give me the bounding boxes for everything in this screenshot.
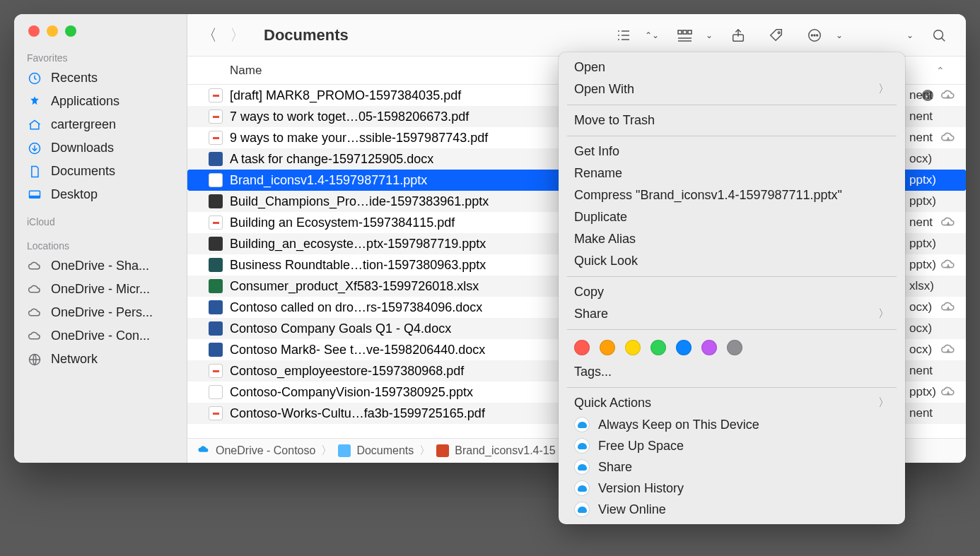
menu-item-compress[interactable]: Compress "Brand_iconsv1.4-1597987711.ppt…: [559, 184, 905, 206]
menu-item-get-info[interactable]: Get Info: [559, 141, 905, 162]
sidebar-item-onedrive-contoso[interactable]: OneDrive - Con...: [14, 324, 187, 348]
cloud-icon: [27, 307, 42, 318]
chevron-down-icon: ⌄: [706, 30, 713, 40]
kind-cell: ocx): [905, 318, 966, 339]
sidebar-item-applications[interactable]: Applications: [14, 90, 187, 113]
quick-action-label: View Online: [598, 502, 666, 517]
folder-icon: [338, 444, 351, 457]
menu-item-open-with[interactable]: Open With〉: [559, 78, 905, 100]
sidebar-item-label: Documents: [51, 164, 115, 179]
toolbar: 〈 〉 Documents ⌃⌄ ⌄ ⌄ ⌄: [187, 14, 966, 57]
menu-item-quick-look[interactable]: Quick Look: [559, 250, 905, 272]
onedrive-icon: [574, 480, 590, 496]
pdf-file-icon: [209, 88, 223, 102]
onedrive-icon: [574, 417, 590, 432]
sidebar-item-onedrive-shared[interactable]: OneDrive - Sha...: [14, 254, 187, 278]
sidebar-item-recents[interactable]: Recents: [14, 66, 187, 90]
path-segment[interactable]: OneDrive - Contoso: [216, 444, 315, 457]
forward-button[interactable]: 〉: [230, 25, 245, 46]
sidebar-item-network[interactable]: Network: [14, 348, 187, 371]
onedrive-icon: [574, 438, 590, 454]
more-button[interactable]: [802, 25, 827, 46]
group-button[interactable]: [672, 25, 697, 46]
sidebar-section-icloud: iCloud: [14, 206, 187, 230]
home-icon: [27, 118, 42, 132]
menu-item-open[interactable]: Open: [559, 57, 905, 78]
menu-item-make-alias[interactable]: Make Alias: [559, 228, 905, 250]
sidebar-item-onedrive-microsoft[interactable]: OneDrive - Micr...: [14, 278, 187, 301]
menu-separator: [567, 105, 897, 105]
menu-separator: [567, 329, 897, 330]
menu-separator: [567, 276, 897, 277]
menu-item-rename[interactable]: Rename: [559, 162, 905, 184]
quick-action-item[interactable]: Free Up Space: [559, 435, 905, 456]
menu-item-trash[interactable]: Move to Trash: [559, 110, 905, 131]
kind-cell: ocx): [905, 148, 966, 170]
sidebar-section-favorites: Favorites: [14, 42, 187, 66]
quick-action-label: Version History: [598, 481, 684, 496]
kind-cell: nent: [905, 360, 966, 381]
apps-icon: [27, 95, 42, 109]
tag-color-button[interactable]: [727, 340, 742, 355]
kind-cell: pptx): [905, 233, 966, 254]
sidebar-item-label: Desktop: [51, 187, 98, 202]
window-controls: [14, 21, 187, 42]
kind-cell: nent: [905, 403, 966, 424]
svg-point-11: [811, 35, 812, 36]
cloud-icon: [27, 331, 42, 341]
quick-action-item[interactable]: Version History: [559, 478, 905, 499]
menu-separator: [567, 136, 897, 136]
tag-color-button[interactable]: [574, 340, 590, 355]
menu-item-quick-actions[interactable]: Quick Actions〉: [559, 392, 905, 414]
sidebar-item-label: OneDrive - Con...: [51, 329, 150, 343]
thumb2-file-icon: [209, 258, 223, 272]
view-list-button[interactable]: [611, 25, 636, 46]
kind-cell: nent: [905, 212, 966, 233]
word-file-icon: [209, 152, 223, 166]
menu-item-duplicate[interactable]: Duplicate: [559, 206, 905, 228]
tag-color-button[interactable]: [651, 340, 666, 355]
path-segment[interactable]: Brand_iconsv1.4-15: [455, 444, 555, 457]
sidebar-item-label: Downloads: [51, 141, 114, 155]
back-button[interactable]: 〈: [202, 25, 217, 46]
tag-color-button[interactable]: [701, 340, 717, 355]
chevron-right-icon: 〉: [419, 444, 431, 459]
sidebar-item-downloads[interactable]: Downloads: [14, 136, 187, 160]
chevron-right-icon: 〉: [878, 307, 889, 321]
quick-action-item[interactable]: Share: [559, 456, 905, 478]
sidebar-item-home[interactable]: cartergreen: [14, 113, 187, 136]
tag-color-button[interactable]: [676, 340, 692, 355]
cloud-icon: [197, 444, 210, 457]
menu-item-share[interactable]: Share〉: [559, 303, 905, 325]
svg-point-13: [817, 35, 818, 36]
zoom-window-button[interactable]: [65, 25, 76, 37]
search-button[interactable]: [926, 25, 952, 46]
powerpoint-icon: [436, 444, 449, 457]
quick-action-item[interactable]: View Online: [559, 499, 905, 520]
tags-button[interactable]: [764, 25, 789, 46]
location-title: Documents: [264, 26, 349, 45]
share-button[interactable]: [725, 25, 751, 46]
svg-rect-3: [30, 195, 40, 197]
sidebar-item-documents[interactable]: Documents: [14, 160, 187, 183]
sidebar-item-desktop[interactable]: Desktop: [14, 183, 187, 206]
word-file-icon: [209, 321, 223, 336]
tag-color-button[interactable]: [625, 340, 641, 355]
sidebar-item-label: Recents: [51, 71, 98, 85]
sidebar-item-onedrive-personal[interactable]: OneDrive - Pers...: [14, 301, 187, 324]
context-menu: Open Open With〉 Move to Trash Get Info R…: [559, 52, 905, 524]
menu-item-copy[interactable]: Copy: [559, 281, 905, 303]
svg-point-12: [814, 35, 815, 36]
tag-color-button[interactable]: [600, 340, 615, 355]
close-window-button[interactable]: [28, 25, 40, 37]
kind-cell: pptx): [905, 191, 966, 212]
minimize-window-button[interactable]: [47, 25, 58, 37]
doc-icon: [27, 165, 42, 179]
kind-cell: ocx): [905, 339, 966, 360]
quick-action-label: Free Up Space: [598, 439, 684, 454]
path-segment[interactable]: Documents: [356, 444, 414, 457]
network-icon: [27, 353, 42, 367]
quick-action-item[interactable]: Always Keep on This Device: [559, 414, 905, 435]
menu-item-tags[interactable]: Tags...: [559, 361, 905, 383]
sidebar-item-label: OneDrive - Pers...: [51, 305, 153, 320]
